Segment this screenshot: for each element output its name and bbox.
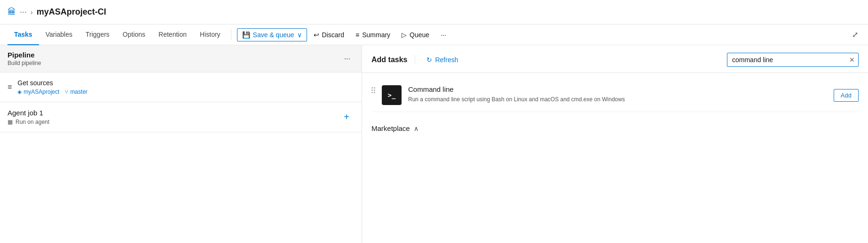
pipeline-menu-button[interactable]: ··· [340,53,354,65]
command-line-icon: >_ [388,91,396,99]
task-item: >_ Command line Run a command line scrip… [371,79,859,112]
branch-name: master [70,89,87,95]
marketplace-section[interactable]: Marketplace ∧ [362,118,868,139]
tab-tasks[interactable]: Tasks [8,24,39,45]
queue-button[interactable]: ▷ Queue [397,29,434,41]
agent-job-subtitle: Run on agent [16,119,49,125]
repo-name: myASAproject [24,89,59,95]
branch-meta: ⑂ master [65,89,87,95]
tab-history[interactable]: History [193,24,227,45]
task-add-button[interactable]: Add [834,89,859,102]
add-task-plus-button[interactable]: + [339,110,354,125]
toolbar-divider [231,29,231,40]
refresh-label: Refresh [435,56,458,64]
get-sources-meta: ◈ myASAproject ⑂ master [17,89,87,95]
search-box-container: ✕ [727,53,859,67]
get-sources-row[interactable]: ≡ Get sources ◈ myASAproject ⑂ master [0,73,362,102]
search-input[interactable] [727,53,859,67]
main-layout: Pipeline Build pipeline ··· ≡ Get source… [0,45,868,243]
more-button[interactable]: ··· [436,29,451,41]
marketplace-label: Marketplace [371,124,410,132]
save-queue-label: Save & queue [253,31,294,39]
breadcrumb-dots-btn[interactable]: ··· [20,7,27,17]
right-panel: Add tasks ↻ Refresh ✕ [362,45,868,243]
refresh-button[interactable]: ↻ Refresh [423,54,462,65]
branch-icon: ⑂ [65,89,68,95]
breadcrumb-chevron-icon: › [31,8,33,16]
header-divider [415,55,415,65]
discard-label: Discard [322,31,344,39]
task-results: >_ Command line Run a command line scrip… [362,73,868,118]
repo-icon: ◈ [17,89,22,95]
left-panel: Pipeline Build pipeline ··· ≡ Get source… [0,45,362,243]
repo-meta: ◈ myASAproject [17,89,59,95]
pipeline-icon: 🏛 [8,7,16,17]
search-clear-button[interactable]: ✕ [848,55,856,65]
save-queue-button[interactable]: 💾 Save & queue ∨ [237,28,307,41]
expand-button[interactable]: ⤢ [850,28,860,41]
marketplace-chevron-icon: ∧ [414,125,418,132]
breadcrumb-bar: 🏛 ··· › myASAproject-CI [0,0,868,24]
task-icon-box: >_ [382,85,402,105]
summary-label: Summary [362,31,390,39]
tabs-bar: Tasks Variables Triggers Options Retenti… [0,24,868,45]
queue-label: Queue [410,31,429,39]
agent-icon: ▦ [8,119,13,125]
summary-icon: ≡ [355,31,359,39]
pipeline-title: Pipeline [8,51,41,59]
get-sources-label: Get sources [17,79,87,87]
pipeline-info: Pipeline Build pipeline [8,51,41,66]
task-desc: Run a command line script using Bash on … [408,95,827,104]
breadcrumb-title: myASAproject-CI [37,7,106,17]
summary-button[interactable]: ≡ Summary [351,29,395,41]
refresh-icon: ↻ [426,56,432,64]
more-icon: ··· [441,31,446,39]
save-icon: 💾 [242,31,250,39]
queue-play-icon: ▷ [402,31,407,39]
agent-job-sub: ▦ Run on agent [8,119,49,125]
get-sources-icon: ≡ [8,83,12,91]
task-drag-handle[interactable] [371,85,375,93]
task-name: Command line [408,85,827,93]
get-sources-details: Get sources ◈ myASAproject ⑂ master [17,79,87,95]
toolbar-actions: 💾 Save & queue ∨ ↩ Discard ≡ Summary ▷ Q… [237,28,451,41]
tab-options[interactable]: Options [116,24,152,45]
add-tasks-header: Add tasks ↻ Refresh ✕ [362,45,868,73]
tab-triggers[interactable]: Triggers [79,24,116,45]
add-tasks-title: Add tasks [371,56,407,64]
task-details: Command line Run a command line script u… [408,85,827,104]
discard-icon: ↩ [314,31,319,39]
discard-button[interactable]: ↩ Discard [309,29,349,41]
agent-job-row[interactable]: Agent job 1 ▦ Run on agent + [0,102,362,132]
pipeline-subtitle: Build pipeline [8,60,41,66]
tab-variables[interactable]: Variables [39,24,79,45]
chevron-down-icon: ∨ [297,31,302,39]
agent-job-info: Agent job 1 ▦ Run on agent [8,109,49,125]
tab-retention[interactable]: Retention [152,24,193,45]
agent-job-label: Agent job 1 [8,109,49,117]
pipeline-header: Pipeline Build pipeline ··· [0,45,362,73]
